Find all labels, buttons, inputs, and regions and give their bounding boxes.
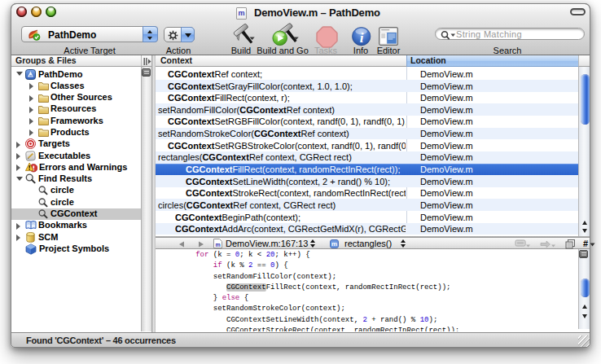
svg-text:m: m — [331, 240, 337, 248]
svg-text:i: i — [360, 30, 364, 46]
svg-text:m: m — [215, 242, 220, 248]
